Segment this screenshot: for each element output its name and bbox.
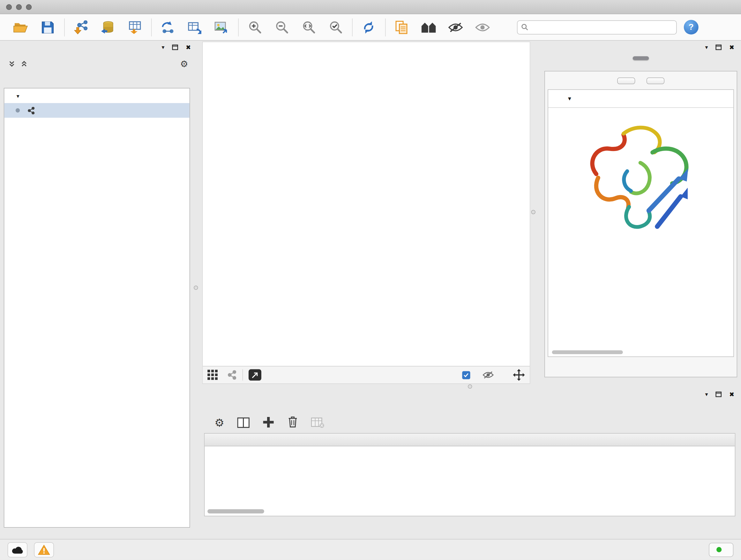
network-row-selected[interactable] [4, 103, 189, 118]
warning-triangle-icon [38, 544, 50, 555]
tree-collapse-caret-icon[interactable]: ▾ [17, 92, 19, 99]
collapse-section-caret-icon[interactable]: ▾ [568, 95, 571, 102]
export-image-icon [214, 20, 228, 34]
right-splitter-handle[interactable] [531, 210, 535, 214]
close-panel-icon[interactable]: ✖ [729, 391, 734, 398]
window-minimize-button[interactable] [16, 4, 22, 10]
import-table-file-button[interactable] [124, 16, 146, 38]
selected-checkbox-icon[interactable] [462, 371, 470, 379]
new-network-icon [160, 20, 175, 34]
network-view-toolbar [203, 366, 530, 383]
first-neighbors-button[interactable] [417, 16, 440, 38]
collapse-all-button[interactable] [647, 78, 664, 84]
zoom-out-button[interactable] [270, 16, 293, 38]
open-folder-icon [13, 20, 28, 34]
panel-menu-caret-icon[interactable]: ▾ [162, 44, 165, 51]
import-network-icon [74, 20, 88, 34]
table-options-gear-icon[interactable]: ⚙ [214, 418, 224, 428]
panel-menu-caret-icon[interactable]: ▾ [705, 391, 708, 398]
float-panel-icon[interactable] [716, 391, 722, 397]
new-table-button[interactable] [184, 16, 206, 38]
table-header-row [205, 434, 735, 446]
float-panel-icon[interactable] [716, 44, 722, 50]
eye-icon [475, 21, 490, 33]
zoom-selected-button[interactable] [324, 16, 347, 38]
table-horizontal-scrollbar[interactable] [207, 509, 264, 513]
float-panel-icon[interactable] [172, 44, 178, 50]
expand-all-icon[interactable] [21, 61, 27, 67]
import-network-database-button[interactable] [96, 16, 119, 38]
delete-column-trash-icon[interactable] [287, 416, 298, 428]
control-panel: ▾ ✖ ⚙ ▾ [3, 42, 194, 536]
import-table-icon [128, 20, 142, 34]
save-session-button[interactable] [37, 16, 59, 38]
refresh-icon [361, 20, 376, 34]
zoom-selected-icon [328, 20, 342, 34]
window-zoom-button[interactable] [26, 4, 31, 10]
memory-button[interactable] [709, 543, 733, 557]
help-button[interactable]: ? [684, 20, 698, 35]
memory-status-dot [717, 547, 722, 552]
left-splitter-handle[interactable] [194, 286, 198, 290]
show-all-button[interactable] [471, 16, 494, 38]
external-arrow-icon [252, 372, 258, 378]
open-session-button[interactable] [10, 16, 32, 38]
zoom-out-icon [274, 20, 288, 34]
zoom-fit-button[interactable] [297, 16, 320, 38]
close-panel-icon[interactable]: ✖ [186, 44, 191, 51]
protein-detail-card: ▾ [548, 89, 734, 357]
copy-document-icon [395, 20, 408, 34]
status-bar [0, 539, 741, 560]
save-icon [41, 20, 54, 34]
import-network-file-button[interactable] [70, 16, 92, 38]
network-view [202, 42, 530, 384]
network-collection-row[interactable]: ▾ [4, 88, 189, 103]
show-columns-icon[interactable] [237, 417, 250, 428]
table-panel: ▾ ✖ ⚙ [202, 388, 737, 536]
network-status-dot [16, 108, 20, 112]
network-tree: ▾ [4, 88, 190, 527]
bottom-splitter-handle[interactable] [468, 384, 472, 388]
string-results-box: ▾ [544, 71, 737, 377]
detach-view-button[interactable] [249, 369, 261, 381]
search-icon [521, 23, 528, 30]
add-column-plus-icon[interactable] [262, 416, 274, 428]
search-input[interactable] [531, 23, 672, 30]
collapse-all-icon[interactable] [9, 61, 15, 67]
warnings-button[interactable] [34, 542, 54, 557]
title-bar [0, 0, 741, 14]
pan-crosshair-icon[interactable] [513, 369, 525, 381]
new-network-button[interactable] [156, 16, 179, 38]
new-table-icon [188, 20, 202, 34]
export-image-button[interactable] [210, 16, 233, 38]
expand-all-button[interactable] [617, 78, 635, 84]
apply-layout-button[interactable] [357, 16, 380, 38]
network-options-gear-icon[interactable]: ⚙ [180, 59, 188, 68]
cloud-status-button[interactable] [8, 542, 27, 557]
zoom-in-icon [248, 20, 262, 34]
network-share-icon[interactable] [227, 370, 237, 380]
delete-table-icon[interactable] [311, 417, 324, 428]
clone-network-button[interactable] [390, 16, 413, 38]
zoom-in-button[interactable] [244, 16, 266, 38]
tab-string[interactable] [633, 56, 649, 60]
birds-eye-view-icon[interactable] [207, 370, 218, 380]
network-icon [27, 107, 35, 114]
double-house-icon [421, 21, 436, 34]
protein-description [548, 108, 733, 112]
zoom-fit-icon [301, 20, 316, 34]
hidden-eye-slash-icon[interactable] [482, 371, 494, 379]
results-panel: ▾ ✖ ▾ [544, 42, 737, 384]
protein-structure-image [582, 118, 700, 236]
cloud-icon [11, 545, 24, 554]
database-icon [100, 20, 115, 34]
eye-slash-icon [448, 21, 463, 33]
toolbar-search [517, 20, 677, 34]
network-canvas[interactable] [203, 42, 530, 366]
window-controls [6, 4, 31, 10]
window-close-button[interactable] [6, 4, 12, 10]
close-panel-icon[interactable]: ✖ [729, 44, 734, 51]
hide-selection-button[interactable] [444, 16, 467, 38]
results-horizontal-scrollbar[interactable] [552, 350, 623, 354]
panel-menu-caret-icon[interactable]: ▾ [705, 44, 708, 51]
